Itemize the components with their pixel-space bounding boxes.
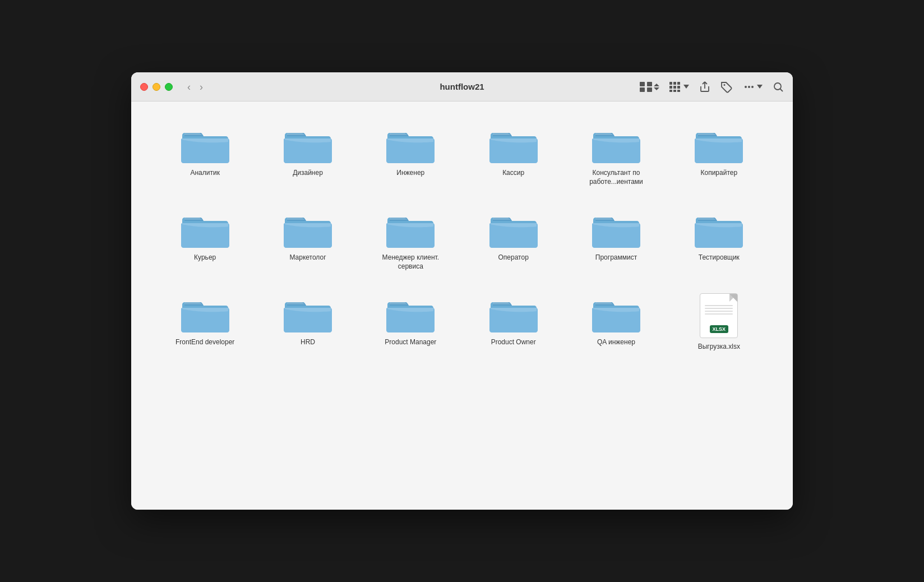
svg-point-16 (751, 86, 754, 88)
item-label: HRD (301, 338, 315, 347)
folder-icon (283, 124, 333, 164)
item-label: Курьер (194, 253, 216, 262)
svg-rect-10 (669, 90, 672, 92)
view-icon[interactable] (640, 82, 659, 92)
file-item-hrd[interactable]: HRD (256, 288, 359, 357)
svg-rect-9 (677, 86, 680, 89)
file-item-vygruzka[interactable]: XLSX Выгрузка.xlsx (668, 288, 770, 357)
item-label: QA инженер (597, 338, 635, 347)
svg-point-17 (774, 83, 781, 90)
window-title: huntflow21 (440, 82, 484, 91)
tag-icon[interactable] (720, 81, 733, 93)
file-item-inzhener[interactable]: Инженер (359, 118, 462, 192)
folder-icon (283, 209, 333, 249)
file-item-product-manager[interactable]: Product Manager (359, 288, 462, 357)
minimize-button[interactable] (153, 83, 160, 91)
svg-rect-3 (647, 87, 652, 92)
svg-rect-8 (673, 86, 676, 89)
folder-icon (591, 124, 641, 164)
item-label: Копирайтер (701, 169, 738, 178)
file-item-dizayner[interactable]: Дизайнер (256, 118, 359, 192)
share-icon[interactable] (699, 81, 710, 93)
folder-icon (180, 293, 230, 334)
nav-buttons: ‹ › (184, 81, 206, 93)
folder-icon (385, 293, 436, 334)
item-label: Маркетолог (289, 253, 326, 262)
file-item-menedzher[interactable]: Менеджер клиент. сервиса (359, 203, 462, 276)
svg-rect-2 (640, 87, 645, 92)
file-item-konsultant[interactable]: Консультант по работе...иентами (565, 118, 667, 192)
file-item-kurer[interactable]: Курьер (154, 203, 256, 276)
file-item-qa-inzhener[interactable]: QA инженер (565, 288, 667, 357)
file-item-product-owner[interactable]: Product Owner (462, 288, 565, 357)
file-item-operator[interactable]: Оператор (462, 203, 565, 276)
folder-icon (694, 124, 744, 164)
more-icon[interactable] (743, 81, 763, 93)
svg-rect-1 (647, 82, 652, 86)
svg-rect-12 (677, 90, 680, 92)
item-label: Выгрузка.xlsx (698, 343, 740, 352)
file-item-analitik[interactable]: Аналитик (154, 118, 256, 192)
item-label: Product Owner (491, 338, 536, 347)
folder-icon (180, 209, 230, 249)
item-label: Консультант по работе...иентами (583, 169, 650, 186)
file-item-marketolog[interactable]: Маркетолог (256, 203, 359, 276)
svg-rect-6 (677, 82, 680, 85)
maximize-button[interactable] (165, 83, 173, 91)
folder-icon (180, 124, 230, 164)
item-label: Оператор (498, 253, 529, 262)
back-button[interactable]: ‹ (184, 81, 194, 93)
grid-view-icon[interactable] (669, 82, 689, 92)
file-item-kassir[interactable]: Кассир (462, 118, 565, 192)
file-item-frontend[interactable]: FrontEnd developer (154, 288, 256, 357)
content-area: Аналитик Дизайнер Инженер (131, 101, 793, 510)
item-label: Тестировщик (699, 253, 740, 262)
file-grid: Аналитик Дизайнер Инженер (154, 118, 770, 357)
folder-icon (591, 209, 641, 249)
folder-icon (283, 293, 333, 334)
file-item-testirovshik[interactable]: Тестировщик (668, 203, 770, 276)
folder-icon (385, 209, 436, 249)
close-button[interactable] (140, 83, 148, 91)
item-label: Менеджер клиент. сервиса (377, 253, 444, 271)
forward-button[interactable]: › (196, 81, 206, 93)
item-label: Программист (595, 253, 637, 262)
folder-icon (385, 124, 436, 164)
svg-rect-7 (669, 86, 672, 89)
finder-window: ‹ › huntflow21 (131, 72, 793, 510)
svg-point-13 (724, 84, 726, 86)
titlebar: ‹ › huntflow21 (131, 72, 793, 101)
search-icon[interactable] (773, 81, 784, 93)
item-label: Product Manager (385, 338, 436, 347)
item-label: Инженер (396, 169, 424, 178)
svg-rect-4 (669, 82, 672, 85)
folder-icon (488, 209, 539, 249)
folder-icon (591, 293, 641, 334)
file-item-kopirayter[interactable]: Копирайтер (668, 118, 770, 192)
svg-rect-11 (673, 90, 676, 92)
svg-rect-5 (673, 82, 676, 85)
folder-icon (488, 124, 539, 164)
xlsx-file-icon: XLSX (700, 293, 738, 338)
toolbar-right (640, 81, 784, 93)
svg-point-14 (745, 86, 747, 88)
file-item-programmist[interactable]: Программист (565, 203, 667, 276)
folder-icon (694, 209, 744, 249)
item-label: Дизайнер (293, 169, 323, 178)
traffic-lights (140, 83, 173, 91)
item-label: Аналитик (190, 169, 219, 178)
svg-rect-0 (640, 82, 645, 86)
item-label: FrontEnd developer (175, 338, 234, 347)
folder-icon (488, 293, 539, 334)
svg-point-15 (748, 86, 750, 88)
item-label: Кассир (502, 169, 524, 178)
